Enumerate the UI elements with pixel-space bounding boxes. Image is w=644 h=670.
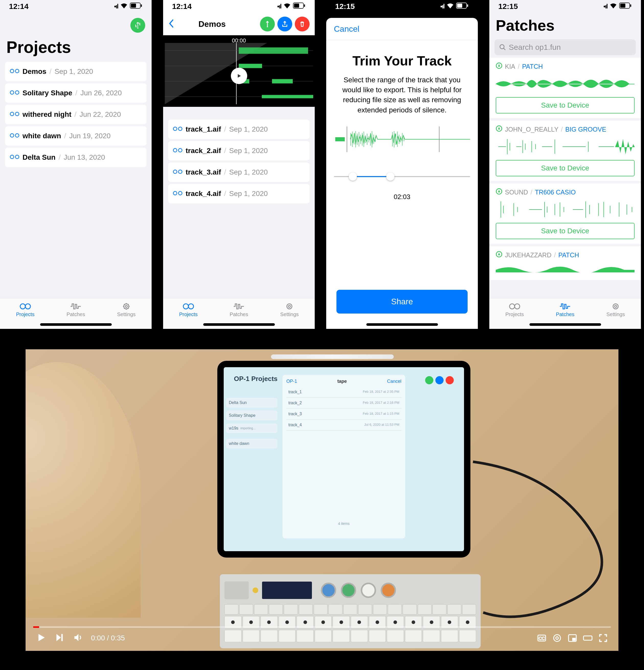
modal-header: Cancel: [326, 18, 478, 40]
panel-cancel[interactable]: Cancel: [387, 379, 402, 384]
cancel-button[interactable]: Cancel: [334, 24, 359, 34]
search-input[interactable]: Search op1.fun: [495, 39, 636, 55]
tab-settings[interactable]: Settings: [606, 302, 625, 317]
share-button[interactable]: [277, 17, 292, 31]
sync-button[interactable]: [425, 376, 433, 384]
track-item[interactable]: track_4.aif / Sep 1, 2020: [168, 184, 310, 203]
tape-icon: [19, 302, 31, 310]
share-button[interactable]: [435, 376, 444, 384]
usb-sync-button[interactable]: [130, 18, 145, 33]
usb-cable: [470, 459, 618, 638]
status-bar: 12:14: [0, 0, 152, 13]
delete-button[interactable]: [295, 17, 310, 31]
tab-patches[interactable]: Patches: [66, 302, 85, 317]
home-indicator[interactable]: [366, 323, 438, 326]
trim-slider[interactable]: [334, 173, 470, 180]
home-indicator[interactable]: [40, 323, 112, 326]
delete-button[interactable]: [446, 376, 454, 384]
track-name: track_4.aif: [186, 190, 221, 198]
file-row[interactable]: track_4Jul 6, 2020 at 11:53 PM: [286, 419, 402, 431]
patch-item[interactable]: JUKEHAZZARD / PATCH: [489, 246, 641, 280]
project-item[interactable]: Delta Sun / Jun 13, 2020: [5, 148, 146, 167]
ipad-project-item[interactable]: Solitary Shape: [226, 411, 277, 420]
save-button[interactable]: Save to Device: [496, 223, 634, 239]
tab-projects[interactable]: Projects: [505, 302, 524, 317]
tape-icon: [509, 302, 521, 310]
op1-encoder-green: [341, 582, 356, 598]
theater-button[interactable]: [583, 633, 593, 643]
svg-point-15: [25, 304, 30, 309]
project-item[interactable]: white dawn / Jun 19, 2020: [5, 126, 146, 146]
wave-icon: [69, 302, 82, 310]
trim-handles[interactable]: [347, 126, 439, 152]
project-item[interactable]: Solitary Shape / Jun 26, 2020: [5, 83, 146, 103]
tab-patches[interactable]: Patches: [229, 302, 248, 317]
phone-trim: 12:15 Cancel Trim Your Track Select the …: [326, 0, 478, 329]
captions-button[interactable]: CC: [537, 633, 547, 643]
file-picker-panel: OP-1 tape Cancel track_1Feb 18, 2017 at …: [282, 375, 405, 538]
fullscreen-button[interactable]: [598, 633, 608, 643]
file-row[interactable]: track_2Feb 18, 2017 at 2:16 PM: [286, 398, 402, 408]
ipad-project-item[interactable]: white dawn: [226, 439, 277, 448]
share-button[interactable]: Share: [337, 290, 468, 313]
download-icon: [496, 62, 502, 70]
settings-button[interactable]: [552, 633, 562, 643]
patch-item[interactable]: JOHN_O_REALLY / BIG GROOVE Save to Devic…: [489, 121, 641, 181]
battery-icon: [293, 2, 306, 10]
track-item[interactable]: track_1.aif / Sep 1, 2020: [168, 120, 310, 139]
svg-point-7: [15, 91, 19, 94]
tab-label: Settings: [606, 311, 625, 317]
wifi-icon: [446, 3, 454, 10]
project-item[interactable]: Demos / Sep 1, 2020: [5, 62, 146, 81]
tab-projects[interactable]: Projects: [16, 302, 35, 317]
video-right-controls: CC: [537, 633, 608, 643]
tab-settings[interactable]: Settings: [117, 302, 135, 317]
slider-thumb-end[interactable]: [386, 173, 394, 180]
next-button[interactable]: [54, 632, 65, 644]
tape-icon: [10, 153, 19, 161]
play-button[interactable]: [231, 68, 247, 84]
tab-patches[interactable]: Patches: [556, 302, 574, 317]
tab-settings[interactable]: Settings: [280, 302, 299, 317]
slider-thumb-start[interactable]: [349, 173, 357, 180]
svg-rect-125: [583, 636, 592, 640]
tab-projects[interactable]: Projects: [179, 302, 198, 317]
project-item[interactable]: withered night / Jun 22, 2020: [5, 105, 146, 124]
track-item[interactable]: track_3.aif / Sep 1, 2020: [168, 162, 310, 182]
patch-item[interactable]: KIA / PATCH Save to Device: [489, 58, 641, 118]
svg-point-5: [15, 69, 19, 73]
patches-list[interactable]: KIA / PATCH Save to Device JOHN_O_REALLY…: [489, 58, 641, 329]
video-player[interactable]: OP-1 Projects Delta Sun Solitary Shape w…: [26, 349, 618, 651]
save-button[interactable]: Save to Device: [496, 97, 634, 113]
home-indicator[interactable]: [529, 323, 601, 326]
svg-point-34: [179, 127, 182, 131]
patch-waveform: [496, 73, 634, 94]
patch-user: KIA: [505, 63, 515, 70]
op1-encoder-blue: [321, 582, 336, 598]
volume-button[interactable]: [73, 632, 83, 644]
svg-point-44: [288, 305, 290, 307]
svg-rect-19: [294, 3, 299, 8]
miniplayer-button[interactable]: [567, 633, 578, 643]
panel-back[interactable]: OP-1: [286, 379, 297, 384]
usb-sync-button[interactable]: [260, 17, 275, 31]
project-name: white dawn: [23, 132, 61, 140]
signal-icon: [603, 3, 607, 10]
trim-waveform[interactable]: [334, 129, 470, 149]
track-item[interactable]: track_2.aif / Sep 1, 2020: [168, 141, 310, 160]
file-row[interactable]: track_1Feb 18, 2017 at 2:35 PM: [286, 387, 402, 398]
file-row[interactable]: track_3Feb 18, 2017 at 1:15 PM: [286, 408, 402, 419]
play-button[interactable]: [36, 632, 47, 644]
svg-rect-75: [630, 4, 631, 7]
home-indicator[interactable]: [203, 323, 275, 326]
track-name: track_3.aif: [186, 168, 221, 176]
svg-point-36: [179, 148, 182, 152]
lamp: [26, 362, 141, 618]
ipad-project-item[interactable]: Delta Sun: [226, 398, 277, 407]
wave-icon: [559, 302, 571, 310]
patch-item[interactable]: SOUND / TR606 CASIO Save to Device: [489, 184, 641, 244]
tape-icon: [173, 125, 183, 133]
save-button[interactable]: Save to Device: [496, 160, 634, 176]
ipad-project-item[interactable]: w19s importing...: [226, 424, 277, 433]
svg-point-38: [179, 170, 182, 174]
